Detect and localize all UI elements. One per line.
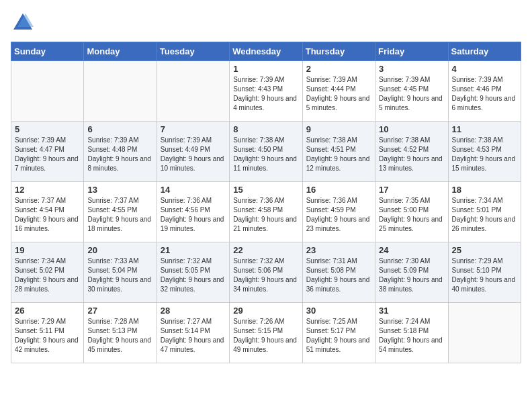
day-content: Sunrise: 7:39 AM Sunset: 4:45 PM Dayligh… xyxy=(379,75,444,113)
day-content: Sunrise: 7:39 AM Sunset: 4:49 PM Dayligh… xyxy=(161,136,226,173)
day-number: 29 xyxy=(233,306,298,316)
day-content: Sunrise: 7:33 AM Sunset: 5:04 PM Dayligh… xyxy=(87,257,152,294)
calendar-week-row: 12Sunrise: 7:37 AM Sunset: 4:54 PM Dayli… xyxy=(11,182,521,242)
calendar-cell: 2Sunrise: 7:39 AM Sunset: 4:44 PM Daylig… xyxy=(302,61,375,122)
day-number: 31 xyxy=(379,306,444,316)
calendar-cell: 26Sunrise: 7:29 AM Sunset: 5:11 PM Dayli… xyxy=(11,303,84,363)
calendar-cell: 1Sunrise: 7:39 AM Sunset: 4:43 PM Daylig… xyxy=(230,61,302,122)
calendar-cell: 20Sunrise: 7:33 AM Sunset: 5:04 PM Dayli… xyxy=(84,242,157,303)
calendar-cell: 10Sunrise: 7:38 AM Sunset: 4:52 PM Dayli… xyxy=(375,122,448,182)
day-content: Sunrise: 7:24 AM Sunset: 5:18 PM Dayligh… xyxy=(379,317,444,355)
calendar-cell: 30Sunrise: 7:25 AM Sunset: 5:17 PM Dayli… xyxy=(302,303,375,363)
day-content: Sunrise: 7:39 AM Sunset: 4:48 PM Dayligh… xyxy=(87,136,152,173)
calendar-cell: 16Sunrise: 7:36 AM Sunset: 4:59 PM Dayli… xyxy=(302,182,375,242)
day-content: Sunrise: 7:29 AM Sunset: 5:10 PM Dayligh… xyxy=(452,257,517,294)
calendar-cell xyxy=(157,61,229,122)
day-number: 11 xyxy=(452,124,517,134)
day-number: 4 xyxy=(452,64,517,74)
day-content: Sunrise: 7:32 AM Sunset: 5:05 PM Dayligh… xyxy=(161,257,226,294)
day-content: Sunrise: 7:38 AM Sunset: 4:52 PM Dayligh… xyxy=(379,136,444,173)
day-number: 18 xyxy=(452,185,517,195)
calendar-cell: 12Sunrise: 7:37 AM Sunset: 4:54 PM Dayli… xyxy=(11,182,84,242)
column-header-thursday: Thursday xyxy=(302,42,375,61)
day-number: 2 xyxy=(306,64,371,74)
calendar-cell xyxy=(11,61,84,122)
calendar-cell: 24Sunrise: 7:30 AM Sunset: 5:09 PM Dayli… xyxy=(375,242,448,303)
day-content: Sunrise: 7:34 AM Sunset: 5:02 PM Dayligh… xyxy=(15,257,80,294)
day-number: 25 xyxy=(452,245,517,255)
page-header xyxy=(11,11,521,35)
calendar-week-row: 26Sunrise: 7:29 AM Sunset: 5:11 PM Dayli… xyxy=(11,303,521,363)
day-content: Sunrise: 7:38 AM Sunset: 4:50 PM Dayligh… xyxy=(233,136,298,173)
day-content: Sunrise: 7:28 AM Sunset: 5:13 PM Dayligh… xyxy=(87,317,152,355)
day-number: 20 xyxy=(87,245,152,255)
calendar-week-row: 5Sunrise: 7:39 AM Sunset: 4:47 PM Daylig… xyxy=(11,122,521,182)
column-header-sunday: Sunday xyxy=(11,42,84,61)
logo-icon xyxy=(11,11,35,35)
calendar-week-row: 19Sunrise: 7:34 AM Sunset: 5:02 PM Dayli… xyxy=(11,242,521,303)
calendar-cell: 14Sunrise: 7:36 AM Sunset: 4:56 PM Dayli… xyxy=(157,182,229,242)
day-number: 27 xyxy=(87,306,152,316)
day-content: Sunrise: 7:38 AM Sunset: 4:51 PM Dayligh… xyxy=(306,136,371,173)
day-number: 15 xyxy=(233,185,298,195)
day-number: 10 xyxy=(379,124,444,134)
calendar-cell: 19Sunrise: 7:34 AM Sunset: 5:02 PM Dayli… xyxy=(11,242,84,303)
day-number: 6 xyxy=(87,124,152,134)
day-number: 5 xyxy=(15,124,80,134)
day-content: Sunrise: 7:36 AM Sunset: 4:59 PM Dayligh… xyxy=(306,196,371,234)
day-content: Sunrise: 7:36 AM Sunset: 4:58 PM Dayligh… xyxy=(233,196,298,234)
calendar-cell: 4Sunrise: 7:39 AM Sunset: 4:46 PM Daylig… xyxy=(448,61,521,122)
calendar-cell: 3Sunrise: 7:39 AM Sunset: 4:45 PM Daylig… xyxy=(375,61,448,122)
calendar-header-row: SundayMondayTuesdayWednesdayThursdayFrid… xyxy=(11,42,521,61)
calendar-cell: 8Sunrise: 7:38 AM Sunset: 4:50 PM Daylig… xyxy=(230,122,302,182)
logo xyxy=(11,11,38,35)
day-number: 24 xyxy=(379,245,444,255)
day-number: 23 xyxy=(306,245,371,255)
calendar-cell: 28Sunrise: 7:27 AM Sunset: 5:14 PM Dayli… xyxy=(157,303,229,363)
column-header-monday: Monday xyxy=(84,42,157,61)
calendar-cell: 18Sunrise: 7:34 AM Sunset: 5:01 PM Dayli… xyxy=(448,182,521,242)
day-number: 21 xyxy=(161,245,226,255)
day-content: Sunrise: 7:39 AM Sunset: 4:46 PM Dayligh… xyxy=(452,75,517,113)
calendar-cell xyxy=(84,61,157,122)
calendar-cell: 6Sunrise: 7:39 AM Sunset: 4:48 PM Daylig… xyxy=(84,122,157,182)
day-content: Sunrise: 7:31 AM Sunset: 5:08 PM Dayligh… xyxy=(306,257,371,294)
day-number: 1 xyxy=(233,64,298,74)
day-content: Sunrise: 7:37 AM Sunset: 4:54 PM Dayligh… xyxy=(15,196,80,234)
calendar-cell: 21Sunrise: 7:32 AM Sunset: 5:05 PM Dayli… xyxy=(157,242,229,303)
calendar-cell: 29Sunrise: 7:26 AM Sunset: 5:15 PM Dayli… xyxy=(230,303,302,363)
column-header-wednesday: Wednesday xyxy=(230,42,302,61)
day-content: Sunrise: 7:39 AM Sunset: 4:47 PM Dayligh… xyxy=(15,136,80,173)
day-content: Sunrise: 7:25 AM Sunset: 5:17 PM Dayligh… xyxy=(306,317,371,355)
day-number: 9 xyxy=(306,124,371,134)
day-number: 12 xyxy=(15,185,80,195)
day-content: Sunrise: 7:39 AM Sunset: 4:43 PM Dayligh… xyxy=(233,75,298,113)
day-content: Sunrise: 7:37 AM Sunset: 4:55 PM Dayligh… xyxy=(87,196,152,234)
day-content: Sunrise: 7:35 AM Sunset: 5:00 PM Dayligh… xyxy=(379,196,444,234)
day-content: Sunrise: 7:30 AM Sunset: 5:09 PM Dayligh… xyxy=(379,257,444,294)
day-content: Sunrise: 7:38 AM Sunset: 4:53 PM Dayligh… xyxy=(452,136,517,173)
calendar-cell: 25Sunrise: 7:29 AM Sunset: 5:10 PM Dayli… xyxy=(448,242,521,303)
day-number: 19 xyxy=(15,245,80,255)
day-number: 26 xyxy=(15,306,80,316)
calendar-week-row: 1Sunrise: 7:39 AM Sunset: 4:43 PM Daylig… xyxy=(11,61,521,122)
calendar-cell: 23Sunrise: 7:31 AM Sunset: 5:08 PM Dayli… xyxy=(302,242,375,303)
calendar-cell: 7Sunrise: 7:39 AM Sunset: 4:49 PM Daylig… xyxy=(157,122,229,182)
calendar-table: SundayMondayTuesdayWednesdayThursdayFrid… xyxy=(11,42,521,363)
day-content: Sunrise: 7:29 AM Sunset: 5:11 PM Dayligh… xyxy=(15,317,80,355)
calendar-cell xyxy=(448,303,521,363)
day-number: 16 xyxy=(306,185,371,195)
calendar-cell: 22Sunrise: 7:32 AM Sunset: 5:06 PM Dayli… xyxy=(230,242,302,303)
day-content: Sunrise: 7:36 AM Sunset: 4:56 PM Dayligh… xyxy=(161,196,226,234)
calendar-cell: 31Sunrise: 7:24 AM Sunset: 5:18 PM Dayli… xyxy=(375,303,448,363)
day-number: 8 xyxy=(233,124,298,134)
day-content: Sunrise: 7:32 AM Sunset: 5:06 PM Dayligh… xyxy=(233,257,298,294)
day-content: Sunrise: 7:34 AM Sunset: 5:01 PM Dayligh… xyxy=(452,196,517,234)
calendar-cell: 17Sunrise: 7:35 AM Sunset: 5:00 PM Dayli… xyxy=(375,182,448,242)
day-number: 7 xyxy=(161,124,226,134)
day-number: 13 xyxy=(87,185,152,195)
day-content: Sunrise: 7:39 AM Sunset: 4:44 PM Dayligh… xyxy=(306,75,371,113)
calendar-cell: 13Sunrise: 7:37 AM Sunset: 4:55 PM Dayli… xyxy=(84,182,157,242)
calendar-cell: 11Sunrise: 7:38 AM Sunset: 4:53 PM Dayli… xyxy=(448,122,521,182)
day-number: 3 xyxy=(379,64,444,74)
